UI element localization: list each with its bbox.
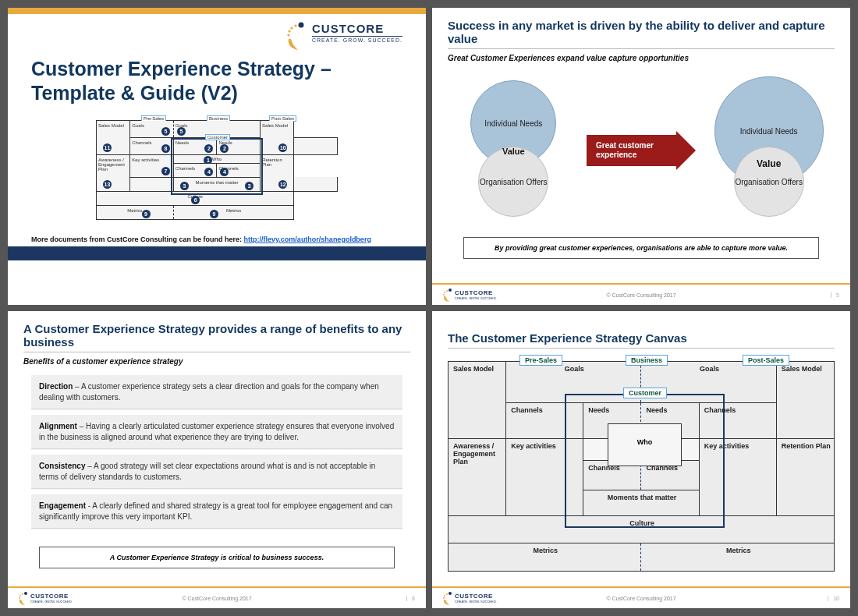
strategy-canvas: Pre-Sales Business Post-Sales Customer S…	[448, 361, 835, 572]
tag-business: Business	[626, 355, 668, 366]
slide-footer: CUSTCORECREATE. GROW. SUCCEED. © CustCor…	[8, 586, 426, 608]
slide-footer: CUSTCORECREATE. GROW. SUCCEED. © CustCor…	[432, 586, 850, 608]
benefit-heading: Consistency	[39, 462, 85, 470]
tag-pre-sales: Pre-Sales	[519, 355, 562, 366]
cell-metrics-l: Metrics	[127, 208, 142, 213]
cell-moments: Moments that matter	[195, 180, 238, 185]
cell-sales-model-l: Sales Model	[448, 362, 506, 439]
tag-customer: Customer	[623, 388, 667, 398]
accent-bar	[8, 8, 426, 14]
svg-point-2	[290, 27, 292, 29]
benefit-heading: Engagement	[39, 501, 86, 510]
slide-4-canvas: The Customer Experience Strategy Canvas …	[432, 311, 850, 608]
summary-box: By providing great customer experiences,…	[463, 237, 819, 259]
slide-title: Customer Experience Strategy – Template …	[31, 57, 359, 106]
cell-goals-l: Goals	[506, 362, 641, 403]
summary-box: A Customer Experience Strategy is critic…	[39, 547, 395, 568]
venn-value-label: Value	[455, 147, 572, 156]
slide-3-benefits: A Customer Experience Strategy provides …	[8, 311, 426, 608]
slide-subtitle: Great Customer Experiences expand value …	[448, 54, 835, 62]
more-docs-label: More documents from CustCore Consulting …	[31, 235, 242, 243]
cell-metrics-r: Metrics	[226, 208, 241, 213]
benefit-heading: Direction	[39, 382, 73, 391]
cell-key-act-l: Key activities	[506, 438, 583, 515]
venn-before: Individual Needs Value Organisation Offe…	[455, 80, 572, 221]
copyright: © CustCore Consulting 2017	[432, 596, 850, 601]
venn-bot-label-2: Organisation Offers	[735, 178, 803, 186]
cell-sales-model-r: Sales Model	[262, 123, 288, 128]
cell-needs-l: Needs	[176, 140, 189, 145]
cell-channels-l: Channels	[506, 403, 583, 439]
cell-awareness: Awareness / Engagement Plan	[448, 438, 506, 515]
brand-tagline: CREATE. GROW. SUCCEED.	[312, 36, 402, 43]
cell-channels-il: Channels	[176, 166, 195, 171]
cell-retention: Retention Plan	[776, 438, 834, 515]
venn-after: Individual Needs Value Organisation Offe…	[711, 80, 828, 221]
cell-key-act-r: Key activities	[699, 438, 776, 515]
venn-top-label: Individual Needs	[484, 119, 542, 128]
copyright: © CustCore Consulting 2017	[432, 292, 850, 298]
cell-channels-l: Channels	[132, 140, 151, 145]
svg-point-0	[299, 23, 304, 28]
cell-retention: Retention Plan	[262, 158, 282, 167]
slide-title: A Customer Experience Strategy provides …	[23, 322, 410, 349]
more-docs-text: More documents from CustCore Consulting …	[31, 235, 426, 243]
cell-culture: Culture	[448, 515, 835, 543]
benefit-text: – A customer experience strategy sets a …	[39, 382, 379, 402]
slide-1-title: CUSTCORE CREATE. GROW. SUCCEED. Customer…	[8, 8, 426, 305]
cell-sales-model-r: Sales Model	[776, 362, 834, 439]
benefit-direction: Direction – A customer experience strate…	[31, 375, 402, 409]
slide-footer: CUSTCORECREATE. GROW. SUCCEED. © CustCor…	[432, 283, 850, 305]
benefit-alignment: Alignment – Having a clearly articulated…	[31, 415, 402, 448]
cell-metrics-l: Metrics	[448, 543, 641, 572]
venn-top-label-2: Individual Needs	[740, 127, 798, 136]
benefit-text: – A good strategy will set clear expecta…	[39, 462, 375, 481]
cell-who-box: Who	[608, 423, 682, 466]
benefit-heading: Alignment	[39, 422, 77, 430]
arrow-label: Great customer experience	[596, 141, 696, 160]
svg-point-3	[288, 30, 290, 32]
tag-post-sales: Post-Sales	[743, 355, 789, 366]
strategy-canvas-thumbnail: Pre-Sales Business Post-Sales Customer S…	[96, 120, 338, 220]
cell-sales-model: Sales Model	[98, 123, 124, 128]
benefit-text: - A clearly defined and shared strategy …	[39, 501, 392, 521]
slide-subtitle: Benefits of a customer experience strate…	[23, 357, 410, 366]
benefit-text: – Having a clearly articulated customer …	[39, 422, 394, 441]
author-link[interactable]: http://flevy.com/author/shanegoldberg	[244, 235, 371, 243]
benefit-consistency: Consistency – A good strategy will set c…	[31, 455, 402, 488]
copyright: © CustCore Consulting 2017	[8, 596, 426, 601]
svg-point-5	[448, 289, 452, 292]
cell-goals: Goals	[132, 123, 144, 128]
svg-point-4	[287, 34, 289, 36]
cell-metrics-r: Metrics	[641, 543, 835, 572]
slide-title: Success in any market is driven by the a…	[448, 19, 835, 45]
slide-title: The Customer Experience Strategy Canvas	[448, 331, 835, 345]
svg-point-13	[448, 592, 452, 595]
svg-point-1	[294, 24, 296, 27]
cell-channels-r: Channels	[699, 403, 776, 439]
venn-bot-label: Organisation Offers	[480, 178, 548, 186]
venn-value-label-2: Value	[711, 158, 828, 169]
logo-swoosh-icon	[284, 22, 307, 51]
cell-who: Who	[212, 157, 222, 161]
brand-name: CUSTCORE	[312, 22, 402, 35]
slide-2-value: Success in any market is driven by the a…	[432, 8, 850, 305]
cell-key-act-l: Key activities	[132, 158, 159, 162]
cell-awareness: Awareness / Engagement Plan	[98, 158, 125, 172]
footer-bar	[8, 246, 426, 260]
tag-customer: Customer	[205, 134, 230, 140]
cell-moments: Moments that matter	[583, 490, 700, 515]
svg-point-9	[24, 592, 27, 595]
brand-logo: CUSTCORE CREATE. GROW. SUCCEED.	[284, 22, 402, 51]
benefit-engagement: Engagement - A clearly defined and share…	[31, 494, 402, 528]
arrow-transition: Great customer experience	[587, 135, 696, 166]
